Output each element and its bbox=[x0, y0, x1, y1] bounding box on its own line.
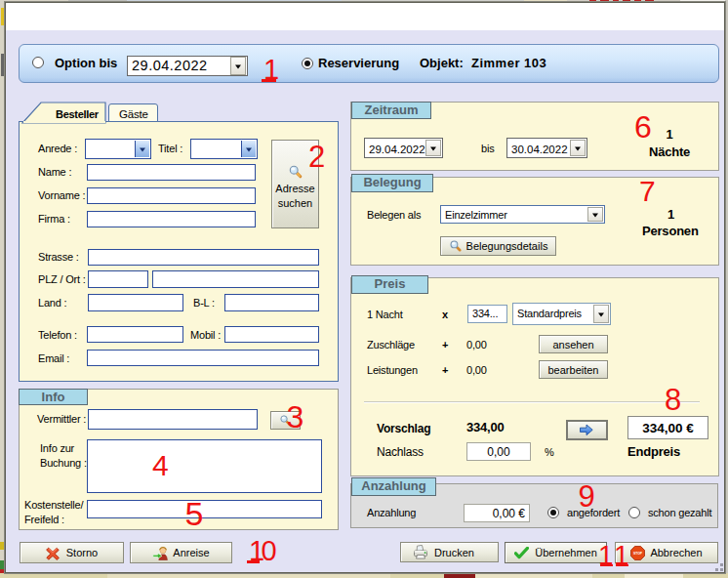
svg-text:STOP: STOP bbox=[633, 552, 643, 556]
